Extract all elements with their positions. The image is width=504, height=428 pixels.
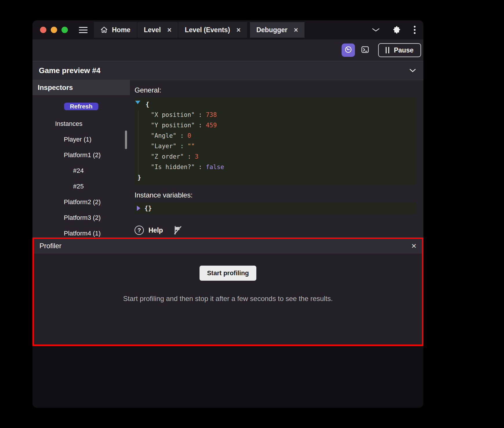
chevron-down-icon[interactable]: [372, 28, 380, 32]
property-value: "": [187, 143, 195, 150]
profiler-body: Start profiling Start profiling and then…: [32, 253, 423, 345]
sidebar-scrollbar[interactable]: [125, 130, 127, 149]
brace-open: {: [146, 101, 149, 108]
preview-title: Game preview #4: [39, 66, 100, 75]
debugger-toolbar: Pause: [32, 39, 423, 61]
console-icon: [361, 45, 369, 55]
instance-variables-tree: {}: [135, 202, 416, 214]
close-icon[interactable]: ×: [294, 26, 298, 34]
tab-level[interactable]: Level ×: [137, 22, 178, 38]
property-value: 738: [206, 111, 217, 118]
tab-home[interactable]: Home: [94, 22, 137, 38]
help-button[interactable]: ? Help: [135, 226, 163, 235]
window-zoom-button[interactable]: [61, 27, 68, 33]
sidebar-title: Inspectors: [32, 80, 130, 95]
window-close-button[interactable]: [40, 27, 46, 33]
profiler-panel: Profiler × Start profiling Start profili…: [32, 238, 423, 345]
tab-level-events[interactable]: Level (Events) ×: [178, 22, 247, 38]
pause-button-label: Pause: [394, 46, 414, 54]
profiler-gauge-button[interactable]: [342, 43, 355, 57]
json-property: "X position" : 738: [137, 110, 413, 120]
instance-variables-label: Instance variables:: [135, 191, 416, 200]
kebab-menu-icon[interactable]: [414, 26, 416, 34]
tab-debugger[interactable]: Debugger ×: [250, 22, 304, 38]
help-label: Help: [148, 226, 163, 234]
sidebar-item-instances[interactable]: Instances: [32, 116, 130, 132]
window-minimize-button[interactable]: [51, 27, 57, 33]
profiler-header: Profiler ×: [32, 238, 423, 253]
app-window: Home Level × Level (Events) × Debugger ×: [32, 20, 423, 408]
main-menu-icon[interactable]: [79, 27, 88, 33]
sidebar-item-platform3[interactable]: Platform3 (2): [32, 210, 130, 226]
profiler-hint: Start profiling and then stop it after a…: [123, 295, 333, 303]
flag-off-icon[interactable]: [173, 226, 182, 235]
close-icon[interactable]: ×: [236, 26, 241, 34]
tab-label: Debugger: [256, 26, 287, 34]
property-value: false: [206, 164, 224, 171]
tab-label: Home: [112, 26, 130, 34]
extensions-puzzle-icon[interactable]: [393, 26, 401, 34]
gauge-icon: [344, 46, 352, 55]
close-icon[interactable]: ×: [167, 26, 172, 34]
sidebar-item-instance-25[interactable]: #25: [32, 179, 130, 194]
general-label: General:: [135, 86, 416, 95]
pause-icon: [386, 47, 389, 53]
property-value: 0: [187, 132, 191, 139]
preview-header: Game preview #4: [32, 61, 423, 80]
titlebar-actions: [372, 26, 416, 34]
window-bottom-area: [32, 345, 423, 408]
general-json-tree: { "X position" : 738 "Y position" : 459 …: [135, 97, 416, 185]
tab-bar: Home Level × Level (Events) × Debugger ×: [94, 22, 305, 38]
json-property: "Angle" : 0: [137, 130, 413, 141]
collapse-chevron-icon[interactable]: [409, 68, 416, 72]
refresh-button[interactable]: Refresh: [64, 103, 98, 110]
json-property: "Is hidden?" : false: [137, 162, 413, 172]
json-property: "Y position" : 459: [137, 120, 413, 130]
property-value: 3: [195, 153, 199, 160]
pause-button[interactable]: Pause: [378, 43, 421, 57]
expand-triangle-icon[interactable]: [137, 206, 140, 211]
sidebar-item-player[interactable]: Player (1): [32, 132, 130, 147]
tab-label: Level (Events): [185, 26, 230, 34]
instance-variables-value: {}: [144, 205, 152, 212]
titlebar: Home Level × Level (Events) × Debugger ×: [32, 20, 423, 39]
help-row: ? Help: [135, 226, 416, 235]
close-icon[interactable]: ×: [411, 242, 416, 250]
sidebar-item-platform2[interactable]: Platform2 (2): [32, 194, 130, 210]
tab-label: Level: [144, 26, 161, 34]
sidebar-item-platform1[interactable]: Platform1 (2): [32, 147, 130, 163]
profiler-title: Profiler: [39, 242, 61, 250]
indent-guide: [138, 110, 138, 179]
window-controls: [40, 27, 68, 33]
json-property: "Z order" : 3: [137, 151, 413, 162]
sidebar-item-platform4[interactable]: Platform4 (1): [32, 226, 130, 238]
debugger-content: Inspectors Refresh Instances Player (1) …: [32, 80, 423, 238]
help-icon: ?: [135, 226, 144, 235]
inspector-panel: General: { "X position" : 738 "Y positio…: [130, 80, 423, 238]
sidebar-item-instance-24[interactable]: #24: [32, 163, 130, 179]
inspector-tree: Instances Player (1) Platform1 (2) #24 #…: [32, 116, 130, 238]
inspectors-sidebar: Inspectors Refresh Instances Player (1) …: [32, 80, 130, 238]
json-property: "Layer" : "": [137, 141, 413, 151]
property-value: 459: [206, 122, 217, 129]
start-profiling-button[interactable]: Start profiling: [200, 266, 256, 281]
home-icon: [100, 26, 108, 34]
console-button[interactable]: [359, 44, 371, 56]
